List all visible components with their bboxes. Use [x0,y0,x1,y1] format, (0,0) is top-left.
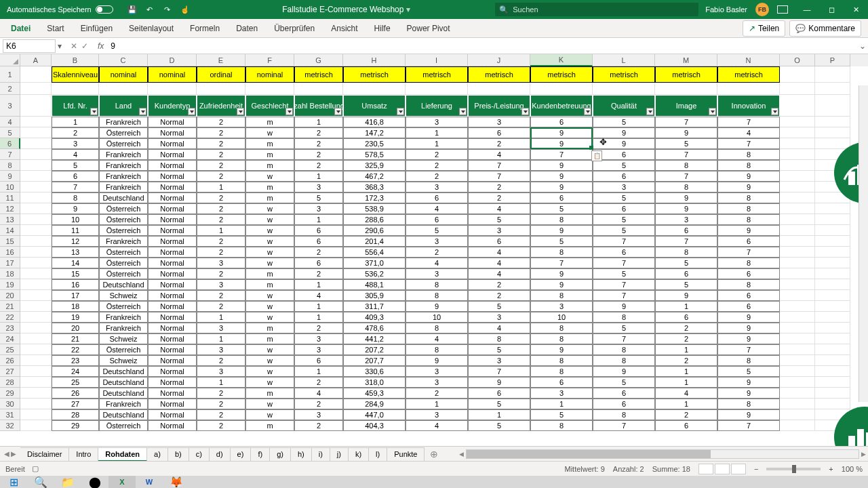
cell[interactable] [20,312,52,323]
cell[interactable]: 5 [655,279,717,290]
row-header-6[interactable]: 6 [0,138,20,149]
cell[interactable]: w [245,127,294,138]
cell[interactable]: 538,9 [343,203,406,214]
cell[interactable]: 6 [294,225,343,236]
cell[interactable] [99,83,148,95]
cell[interactable] [20,355,52,366]
cell[interactable]: 6 [530,192,593,203]
cell[interactable]: 1 [655,399,717,409]
cell[interactable]: Normal [148,420,197,431]
cell[interactable]: m [245,323,294,333]
cell[interactable]: Normal [148,323,197,333]
cell[interactable]: 3 [294,203,343,214]
sheet-tab-f)[interactable]: f) [251,447,270,462]
cell[interactable]: 4 [468,149,530,160]
cell[interactable]: 2 [52,127,99,138]
cell[interactable]: 2 [294,323,343,333]
cell[interactable]: 9 [717,182,780,192]
cell[interactable]: 447,0 [343,409,406,420]
cell[interactable]: 2 [197,171,245,182]
cell[interactable]: 8 [717,214,780,225]
row-header-24[interactable]: 24 [0,333,20,344]
cell[interactable]: 325,9 [343,160,406,171]
cell[interactable] [780,333,815,344]
sheet-tab-j)[interactable]: j) [330,447,349,462]
cell[interactable]: 4 [468,323,530,333]
cell[interactable]: 6 [593,247,655,258]
paste-options-icon[interactable]: 📋 [591,150,602,161]
cell[interactable]: 6 [468,127,530,138]
table-header[interactable]: Kundenbetreuung [530,95,593,117]
cell[interactable]: Deutschland [99,377,148,388]
cell[interactable]: 1 [52,117,99,127]
cell[interactable]: metrisch [406,66,468,83]
cell[interactable]: 9 [717,225,780,236]
maximize-button[interactable]: ◻ [819,0,844,19]
cell[interactable]: Normal [148,203,197,214]
page-layout-icon[interactable] [715,464,730,474]
cell[interactable]: m [245,138,294,149]
cell[interactable] [20,138,52,149]
ribbon-tab-daten[interactable]: Daten [228,20,266,37]
name-box[interactable]: K6 [3,39,56,53]
cell[interactable]: 8 [406,279,468,290]
cell[interactable]: 3 [294,182,343,192]
cell[interactable] [655,83,717,95]
cell[interactable]: 330,6 [343,366,406,377]
cell[interactable]: 8 [468,333,530,344]
cell[interactable]: Deutschland [99,409,148,420]
cell[interactable] [815,225,850,236]
cell[interactable]: 8 [530,420,593,431]
cell[interactable]: 311,7 [343,301,406,312]
cell[interactable]: m [245,160,294,171]
cell[interactable]: 2 [406,388,468,399]
cell[interactable]: Frankreich [99,182,148,192]
cell[interactable]: 5 [593,160,655,171]
cell[interactable]: 5 [593,192,655,203]
cell[interactable] [780,388,815,399]
cell[interactable] [780,192,815,203]
cell[interactable]: 3 [294,344,343,355]
cell[interactable]: Normal [148,301,197,312]
cell[interactable]: 7 [593,290,655,301]
cell[interactable]: Normal [148,160,197,171]
column-header-M[interactable]: M [655,54,717,66]
cell[interactable] [20,236,52,247]
cell[interactable]: Normal [148,279,197,290]
cell[interactable]: m [245,192,294,203]
cell[interactable]: 7 [593,236,655,247]
cell[interactable]: 8 [655,160,717,171]
cell[interactable]: 1 [294,214,343,225]
cell[interactable]: 536,2 [343,268,406,279]
cell[interactable]: 2 [468,290,530,301]
cell[interactable]: 5 [468,344,530,355]
cell[interactable]: 6 [717,290,780,301]
cell[interactable] [343,83,406,95]
cell[interactable]: nominal [245,66,294,83]
cell[interactable]: 3 [468,355,530,366]
cell[interactable] [780,149,815,160]
cell[interactable]: 4 [655,388,717,399]
cell[interactable] [20,333,52,344]
cell[interactable] [20,258,52,268]
cell[interactable] [815,268,850,279]
avatar[interactable]: FB [755,3,769,16]
table-header[interactable]: Geschlecht [245,95,294,117]
cell[interactable]: 11 [52,225,99,236]
cell[interactable]: 2 [468,182,530,192]
cell[interactable] [815,117,850,127]
cell[interactable]: w [245,366,294,377]
cell[interactable]: ordinal [197,66,245,83]
cell[interactable]: 288,6 [343,214,406,225]
column-header-I[interactable]: I [406,54,468,66]
cell[interactable]: 6 [468,236,530,247]
row-header-21[interactable]: 21 [0,301,20,312]
cell[interactable]: 8 [717,192,780,203]
formula-expand-icon[interactable]: ⌄ [857,41,868,51]
cell[interactable]: w [245,290,294,301]
sheet-tab-d)[interactable]: d) [210,447,231,462]
cell[interactable]: Österreich [99,344,148,355]
cell[interactable]: 1 [197,225,245,236]
zoom-in-icon[interactable]: + [829,465,833,473]
cell[interactable]: 7 [717,117,780,127]
